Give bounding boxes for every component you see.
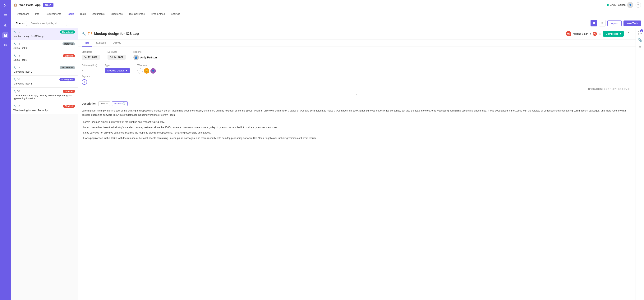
status-dropdown-button[interactable]: Completed ▾ xyxy=(603,31,624,36)
description-bullets: Lorem Ipsum is simply dummy text of the … xyxy=(82,119,632,141)
type-value[interactable]: Mockup Design ▾ xyxy=(105,68,130,73)
task-id-t5: 🔧 T-5 xyxy=(14,54,20,57)
task-title-t3: Marketing Task 1 xyxy=(14,82,75,85)
detail-tab-info[interactable]: Info xyxy=(82,39,92,46)
task-id-t6: 🔧 T-6 xyxy=(14,42,20,45)
right-panel: 💬 2 📎 ⚙ xyxy=(636,28,644,300)
main-content: 📋 Web Portal App Open Andy Pattison 👤 ? … xyxy=(11,0,644,300)
help-button[interactable]: ? xyxy=(636,2,641,8)
status-dropdown-label: Completed xyxy=(606,32,618,35)
task-id-t4: 🔧 T-4 xyxy=(14,66,20,69)
tab-dashboard[interactable]: Dashboard xyxy=(14,10,32,18)
assignee-chevron-icon[interactable]: ▾ xyxy=(590,32,591,35)
task-card-t2[interactable]: 🔧 T-2 Blocked Lorem Ipsum is simply dumm… xyxy=(11,87,78,102)
user-avatar: 👤 xyxy=(627,2,633,8)
task-title-t5: Sales Task 1 xyxy=(14,58,75,61)
tab-test-coverage[interactable]: Test Coverage xyxy=(126,10,148,18)
sidebar-tasks-icon[interactable] xyxy=(2,32,8,38)
filter-chevron-icon: ▾ xyxy=(24,22,25,25)
tab-requirements[interactable]: Requirements xyxy=(42,10,64,18)
nav-tabs: Dashboard Info Requirements Tasks Bugs D… xyxy=(11,10,644,18)
tab-bugs[interactable]: Bugs xyxy=(77,10,89,18)
user-name: Andy Pattison xyxy=(610,3,626,6)
task-status-t2: Blocked xyxy=(63,90,75,93)
detail-task-id: T-7 xyxy=(88,32,92,35)
task-card-t7[interactable]: 🔧 T-7 Completed Mockup design for iOS ap… xyxy=(11,28,78,40)
watcher-avatar-1: 😊 xyxy=(144,68,149,73)
task-id-t3: 🔧 T-3 xyxy=(14,78,20,81)
sidebar-bell-icon[interactable] xyxy=(2,22,8,28)
task-card-t3[interactable]: 🔧 T-3 In Progress Marketing Task 1 xyxy=(11,76,78,87)
type-chevron-icon: ▾ xyxy=(126,69,127,72)
task-card-t6[interactable]: 🔧 T-6 Deferred Sales Task 2 xyxy=(11,40,78,52)
search-input[interactable] xyxy=(29,21,67,26)
task-list: 🔧 T-7 Completed Mockup design for iOS ap… xyxy=(11,28,78,300)
task-title-t7: Mockup design for iOS app xyxy=(14,35,75,37)
task-id-t7: 🔧 T-7 xyxy=(14,31,20,33)
desc-bullet-4: It was popularised in the 1960s with the… xyxy=(82,135,632,141)
priority-badge: P0 xyxy=(593,32,597,36)
task-card-t1[interactable]: 🔧 T-1 Blocked Wire-framing for Web Porta… xyxy=(11,102,78,114)
task-status-t6: Deferred xyxy=(62,42,75,45)
detail-task-icon: 🔧 xyxy=(82,32,86,36)
add-tag-button[interactable]: + xyxy=(82,79,87,85)
filters-button[interactable]: Filters ▾ xyxy=(14,21,27,26)
start-date-label: Start Date xyxy=(82,50,100,53)
task-id-t2: 🔧 T-2 xyxy=(14,90,20,93)
task-card-wrapper-t6: 🔧 T-6 Deferred Sales Task 2 xyxy=(11,40,78,52)
tab-milestones[interactable]: Milestones xyxy=(108,10,126,18)
watchers-label: Watchers xyxy=(138,64,156,67)
comment-icon[interactable]: 💬 2 xyxy=(638,30,642,35)
topbar: 📋 Web Portal App Open Andy Pattison 👤 ? xyxy=(11,0,644,10)
desc-bullet-1: Lorem Ipsum is simply dummy text of the … xyxy=(82,119,632,125)
created-date: Created Date: Jun 17, 2022 12:58 PM IST xyxy=(78,87,636,93)
task-title-t4: Marketing Task 2 xyxy=(14,70,75,73)
collapse-button[interactable]: ⌃ xyxy=(356,94,358,97)
tags-label: Tags 🏷 xyxy=(82,75,632,78)
collapse-row: ⌃ xyxy=(78,93,636,98)
task-card-t5[interactable]: 🔧 T-5 Blocked Sales Task 1 xyxy=(11,52,78,64)
detail-tabs: Info Subtasks Activity xyxy=(78,39,636,47)
add-watcher-button[interactable]: + xyxy=(138,68,143,73)
task-status-t1: Blocked xyxy=(63,105,75,108)
tab-documents[interactable]: Documents xyxy=(89,10,108,18)
status-dropdown-chevron: ▾ xyxy=(620,32,621,35)
task-card-wrapper-t4: 🔧 T-4 Not Started Marketing Task 2 xyxy=(11,64,78,76)
task-card-wrapper-t1: 🔧 T-1 Blocked Wire-framing for Web Porta… xyxy=(11,102,78,114)
more-options-button[interactable]: ⋮ xyxy=(625,31,632,36)
detail-tab-activity[interactable]: Activity xyxy=(110,39,124,46)
task-icon-t7: 🔧 xyxy=(14,31,16,33)
content-area: 🔧 T-7 Completed Mockup design for iOS ap… xyxy=(11,28,644,300)
sidebar-people-icon[interactable] xyxy=(2,42,8,48)
task-card-t4[interactable]: 🔧 T-4 Not Started Marketing Task 2 xyxy=(11,64,78,76)
list-view-button[interactable] xyxy=(599,20,606,26)
task-status-t4: Not Started xyxy=(60,66,75,69)
watcher-avatar-2: 👤 xyxy=(150,68,156,73)
grid-view-button[interactable] xyxy=(590,20,597,26)
star-icon[interactable]: ☆ xyxy=(598,32,602,36)
task-status-t7: Completed xyxy=(60,30,75,33)
tab-time-entries[interactable]: Time Entries xyxy=(148,10,168,18)
import-button[interactable]: Import xyxy=(608,20,622,26)
assignee-avatar: MS xyxy=(566,31,571,36)
tab-tasks[interactable]: Tasks xyxy=(64,10,77,18)
description-text: Lorem Ipsum is simply dummy text of the … xyxy=(82,109,632,117)
detail-task-title: Mockup design for iOS app xyxy=(94,32,564,36)
tab-settings[interactable]: Settings xyxy=(168,10,183,18)
tab-info[interactable]: Info xyxy=(32,10,42,18)
watchers-list: + 😊 👤 xyxy=(138,68,156,73)
task-card-wrapper-t3: 🔧 T-3 In Progress Marketing Task 1 xyxy=(11,76,78,87)
sidebar-logo[interactable] xyxy=(2,2,8,8)
sidebar-menu-icon[interactable] xyxy=(2,12,8,18)
task-icon-t1: 🔧 xyxy=(14,105,16,107)
task-meta-row2: Estimate (Hrs.) 0 Type Mockup Design ▾ W… xyxy=(78,64,636,75)
attachment-icon[interactable]: 📎 xyxy=(638,38,642,42)
start-date-value: Jul 12, 2022 xyxy=(82,55,100,60)
detail-tab-subtasks[interactable]: Subtasks xyxy=(93,39,110,46)
settings-icon[interactable]: ⚙ xyxy=(638,45,642,49)
history-button[interactable]: History 🕐 xyxy=(112,101,128,106)
tags-section: Tags 🏷 + xyxy=(78,75,636,87)
new-task-button[interactable]: New Task xyxy=(624,20,641,26)
task-meta: Start Date Jul 12, 2022 Due Date Jul 14,… xyxy=(78,47,636,64)
edit-button[interactable]: Edit ✏ xyxy=(98,101,110,106)
